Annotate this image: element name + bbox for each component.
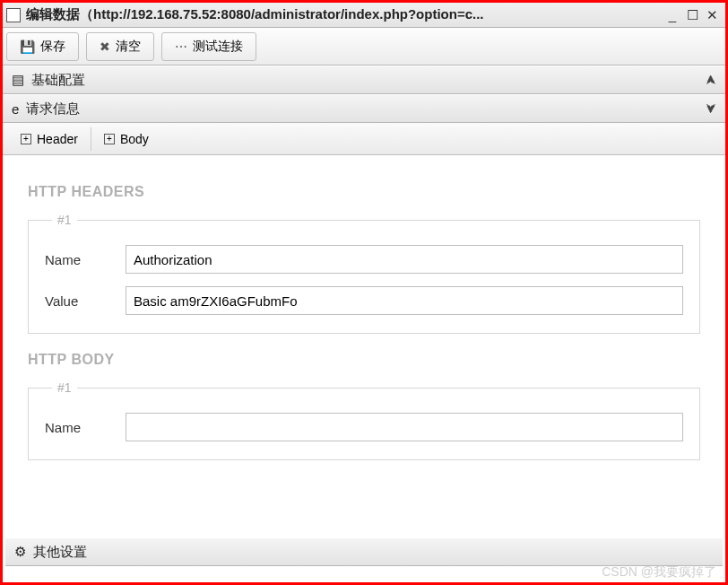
edge-icon: e <box>12 101 19 117</box>
save-icon: 💾 <box>20 39 35 54</box>
content-area[interactable]: HTTP HEADERS #1 Name Value HTTP BODY #1 … <box>3 155 725 502</box>
plus-icon: + <box>104 134 115 144</box>
save-button[interactable]: 💾 保存 <box>6 32 79 61</box>
add-header-button[interactable]: + Header <box>8 127 91 151</box>
chevron-up-icon: ⮝ <box>706 74 716 86</box>
accordion-basic-config[interactable]: ▤ 基础配置 ⮝ <box>3 65 725 94</box>
value-label: Value <box>45 293 126 309</box>
gear-icon: ⚙ <box>14 544 26 560</box>
add-body-button[interactable]: + Body <box>91 127 161 151</box>
accordion-other-settings[interactable]: ⚙ 其他设置 <box>5 537 723 566</box>
plus-icon: + <box>21 134 31 144</box>
header-value-input[interactable] <box>126 286 683 315</box>
body-group-1: #1 Name <box>28 380 700 460</box>
body-name-row: Name <box>45 413 683 441</box>
header-name-row: Name <box>45 245 683 274</box>
name-label: Name <box>45 420 126 435</box>
save-label: 保存 <box>40 39 65 55</box>
header-value-row: Value <box>45 286 683 315</box>
other-settings-label: 其他设置 <box>33 544 87 561</box>
maximize-button[interactable]: ☐ <box>682 7 702 23</box>
name-label: Name <box>45 252 126 267</box>
request-info-label: 请求信息 <box>26 100 80 118</box>
clear-icon: ✖ <box>100 39 110 54</box>
toolbar: 💾 保存 ✖ 清空 ⋯ 测试连接 <box>3 28 725 65</box>
clear-button[interactable]: ✖ 清空 <box>86 32 154 61</box>
watermark: CSDN @我要疯掉了 <box>602 564 716 581</box>
minimize-button[interactable]: _ <box>663 7 682 22</box>
clear-label: 清空 <box>116 39 141 55</box>
add-body-label: Body <box>120 132 149 146</box>
titlebar: 编辑数据（http://192.168.75.52:8080/administr… <box>3 3 725 28</box>
add-header-label: Header <box>37 132 78 146</box>
test-label: 测试连接 <box>193 39 243 55</box>
chevron-down-icon: ⮟ <box>706 102 716 115</box>
group-legend: #1 <box>52 213 77 227</box>
loading-icon: ⋯ <box>175 39 187 54</box>
accordion-request-info[interactable]: e 请求信息 ⮟ <box>3 94 725 123</box>
header-group-1: #1 Name Value <box>28 213 700 334</box>
basic-config-label: 基础配置 <box>31 72 85 89</box>
test-connection-button[interactable]: ⋯ 测试连接 <box>161 32 256 61</box>
close-button[interactable]: ✕ <box>702 7 722 23</box>
http-headers-title: HTTP HEADERS <box>28 184 700 200</box>
body-name-input[interactable] <box>126 413 683 441</box>
http-body-title: HTTP BODY <box>28 352 700 368</box>
app-icon <box>6 8 21 22</box>
window-title: 编辑数据（http://192.168.75.52:8080/administr… <box>26 6 663 23</box>
group-legend: #1 <box>52 380 77 395</box>
document-icon: ▤ <box>12 72 24 88</box>
sub-toolbar: + Header + Body <box>3 123 725 155</box>
header-name-input[interactable] <box>126 245 683 274</box>
